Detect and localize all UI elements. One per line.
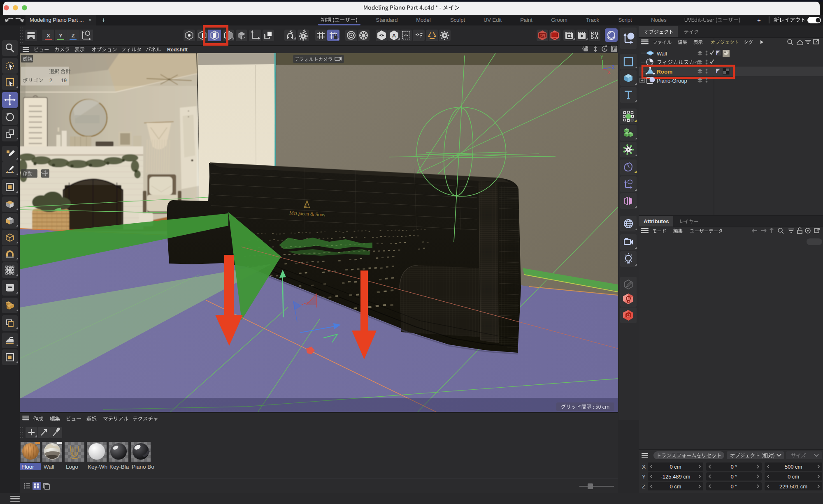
svg-text:Sculpt: Sculpt <box>450 17 465 23</box>
svg-text:0 cm: 0 cm <box>788 474 799 480</box>
svg-text:Paint: Paint <box>520 17 532 23</box>
svg-text:Key-Bla: Key-Bla <box>109 464 129 470</box>
svg-text:Logo: Logo <box>66 464 78 470</box>
svg-text:0 °: 0 ° <box>730 464 737 470</box>
svg-text:UV Edit: UV Edit <box>484 17 502 23</box>
svg-text:Y: Y <box>642 474 646 480</box>
svg-text:500 cm: 500 cm <box>785 464 802 470</box>
svg-text:X: X <box>46 32 50 39</box>
svg-text:0 °: 0 ° <box>730 483 737 490</box>
svg-text:Modeling Piano Part ...: Modeling Piano Part ... <box>30 17 84 23</box>
svg-text:Y: Y <box>59 32 63 39</box>
svg-text:Nodes: Nodes <box>651 17 667 23</box>
svg-text:Z: Z <box>642 483 645 490</box>
svg-text:0 cm: 0 cm <box>670 483 681 490</box>
svg-text:+: + <box>102 16 105 23</box>
svg-text:Script: Script <box>618 17 632 23</box>
svg-text:Room: Room <box>657 69 672 75</box>
svg-text:Wall: Wall <box>44 464 54 470</box>
svg-text:X: X <box>642 464 646 470</box>
svg-text:Wall: Wall <box>657 51 667 57</box>
svg-text:Floor: Floor <box>21 464 34 470</box>
svg-text:19: 19 <box>61 78 67 83</box>
svg-text:0 °: 0 ° <box>730 474 737 480</box>
svg-text:Redshift: Redshift <box>167 47 188 53</box>
svg-text:Groom: Groom <box>551 17 567 23</box>
svg-text:A: A <box>392 32 396 39</box>
svg-text:-125.489 cm: -125.489 cm <box>660 474 690 480</box>
svg-text:Standard: Standard <box>376 17 398 23</box>
svg-text:Attributes: Attributes <box>644 218 669 224</box>
svg-text:+: + <box>757 16 761 23</box>
svg-text:Piano-Group: Piano-Group <box>657 78 687 84</box>
svg-text:229.501 cm: 229.501 cm <box>779 483 807 490</box>
svg-text:Y: Y <box>600 55 603 60</box>
svg-text:2: 2 <box>49 78 52 83</box>
svg-text:Model: Model <box>416 17 431 23</box>
svg-text:Key-Wh: Key-Wh <box>88 464 107 470</box>
svg-text:0 cm: 0 cm <box>670 464 681 470</box>
svg-text:X: X <box>608 70 611 75</box>
svg-text:Piano Bo: Piano Bo <box>132 464 154 470</box>
svg-text:Track: Track <box>586 17 600 23</box>
svg-text:Z: Z <box>612 65 614 69</box>
svg-text:RV: RV <box>540 34 544 37</box>
svg-text:Z: Z <box>71 32 74 39</box>
svg-text:×: × <box>88 17 92 23</box>
